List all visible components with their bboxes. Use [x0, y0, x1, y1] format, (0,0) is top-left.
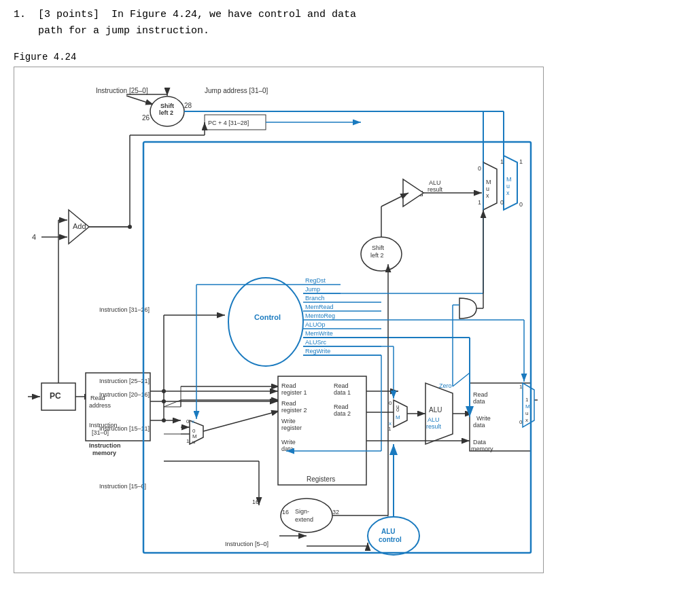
svg-text:RegDst: RegDst: [305, 277, 326, 284]
svg-text:Instruction [25–21]: Instruction [25–21]: [99, 378, 150, 384]
svg-text:MemtoReg: MemtoReg: [305, 312, 335, 319]
svg-text:x: x: [525, 417, 528, 423]
svg-text:Read: Read: [334, 403, 349, 410]
svg-text:memory: memory: [92, 450, 116, 456]
svg-text:0: 0: [478, 165, 481, 172]
svg-text:RegWrite: RegWrite: [305, 348, 330, 355]
svg-text:M: M: [396, 414, 400, 420]
svg-marker-15: [504, 156, 517, 210]
svg-text:u: u: [396, 403, 399, 410]
svg-text:x: x: [486, 192, 489, 199]
svg-text:Data: Data: [473, 439, 486, 446]
svg-text:result: result: [428, 186, 443, 193]
svg-text:Instruction [5–0]: Instruction [5–0]: [225, 541, 268, 547]
svg-text:Jump: Jump: [305, 286, 320, 293]
question-text: 1. [3 points] In Figure 4.24, we have co…: [14, 7, 682, 39]
svg-text:x: x: [192, 418, 194, 424]
figure-label: Figure 4.24: [14, 52, 682, 62]
svg-text:u: u: [525, 410, 528, 416]
svg-text:register 2: register 2: [281, 407, 307, 414]
svg-text:28: 28: [184, 102, 192, 109]
svg-text:Instruction [25–0]: Instruction [25–0]: [96, 87, 148, 94]
svg-text:Read: Read: [334, 382, 349, 389]
svg-text:Shift: Shift: [160, 103, 174, 109]
svg-text:Write: Write: [476, 415, 491, 422]
svg-text:data: data: [473, 422, 485, 429]
svg-text:register: register: [281, 424, 302, 431]
svg-text:Write: Write: [281, 418, 296, 424]
svg-text:address: address: [89, 402, 111, 409]
circuit-diagram: Instruction [25–0] Shift left 2 26 28 Ju…: [21, 74, 538, 563]
svg-text:Sign-: Sign-: [295, 508, 309, 515]
svg-text:left 2: left 2: [370, 252, 384, 259]
svg-text:Zero: Zero: [439, 382, 452, 389]
svg-text:MemWrite: MemWrite: [305, 330, 333, 337]
svg-text:x: x: [506, 189, 510, 196]
svg-text:ALU: ALU: [381, 528, 396, 535]
svg-text:left 2: left 2: [159, 109, 173, 116]
svg-text:data 1: data 1: [334, 389, 351, 396]
figure-container: Instruction [25–0] Shift left 2 26 28 Ju…: [14, 67, 544, 573]
svg-text:Control: Control: [254, 313, 281, 321]
svg-text:u: u: [192, 439, 195, 445]
svg-text:Branch: Branch: [305, 295, 325, 302]
svg-text:1: 1: [525, 397, 529, 403]
svg-text:extend: extend: [295, 516, 313, 523]
svg-text:memory: memory: [471, 446, 493, 452]
svg-marker-23: [483, 162, 497, 210]
svg-point-204: [162, 399, 166, 403]
svg-text:0: 0: [500, 199, 504, 206]
svg-point-168: [281, 499, 332, 532]
svg-text:Write: Write: [281, 439, 296, 446]
svg-text:Registers: Registers: [307, 475, 335, 483]
svg-text:Add: Add: [73, 222, 86, 230]
svg-text:ALUOp: ALUOp: [305, 321, 326, 328]
svg-text:M: M: [486, 179, 491, 185]
svg-text:Instruction: Instruction: [89, 442, 121, 449]
svg-text:register 1: register 1: [281, 389, 307, 396]
svg-text:0: 0: [186, 418, 190, 424]
svg-text:data 2: data 2: [334, 410, 351, 417]
svg-text:result: result: [426, 423, 442, 430]
svg-text:u: u: [506, 183, 510, 189]
svg-text:Read: Read: [281, 400, 296, 407]
svg-text:1: 1: [519, 384, 523, 390]
svg-text:MemRead: MemRead: [305, 304, 334, 310]
svg-text:M: M: [506, 176, 512, 183]
svg-text:0: 0: [389, 400, 392, 406]
svg-marker-143: [425, 383, 453, 444]
svg-text:Jump address [31–0]: Jump address [31–0]: [205, 87, 268, 94]
svg-text:1: 1: [519, 158, 523, 165]
svg-text:Instruction [31–26]: Instruction [31–26]: [99, 306, 150, 313]
svg-text:1: 1: [186, 438, 190, 444]
svg-point-98: [228, 278, 303, 366]
svg-text:data: data: [473, 398, 485, 405]
svg-text:ALU: ALU: [428, 416, 440, 423]
svg-text:M: M: [525, 403, 530, 410]
svg-text:4: 4: [32, 233, 36, 241]
svg-text:Read: Read: [473, 391, 488, 398]
svg-text:16: 16: [282, 509, 289, 515]
svg-text:Instruction [15–11]: Instruction [15–11]: [99, 425, 150, 432]
svg-text:control: control: [379, 536, 402, 543]
svg-text:16: 16: [252, 499, 259, 505]
svg-text:ALUSrc: ALUSrc: [305, 339, 327, 346]
svg-text:u: u: [486, 185, 489, 192]
svg-text:PC: PC: [50, 391, 61, 401]
svg-text:ALU: ALU: [429, 179, 441, 186]
svg-point-203: [162, 389, 166, 393]
svg-text:Instruction [15–0]: Instruction [15–0]: [99, 483, 146, 490]
svg-text:Shift: Shift: [372, 244, 385, 251]
svg-text:26: 26: [142, 114, 150, 122]
svg-text:32: 32: [332, 509, 339, 515]
svg-text:Instruction [20–16]: Instruction [20–16]: [99, 391, 150, 398]
svg-text:ALU: ALU: [429, 406, 442, 414]
svg-text:Read: Read: [281, 382, 296, 389]
svg-text:0: 0: [519, 201, 523, 208]
svg-text:1: 1: [478, 199, 481, 206]
svg-text:0: 0: [519, 419, 523, 425]
svg-text:PC + 4 [31–28]: PC + 4 [31–28]: [208, 120, 249, 126]
